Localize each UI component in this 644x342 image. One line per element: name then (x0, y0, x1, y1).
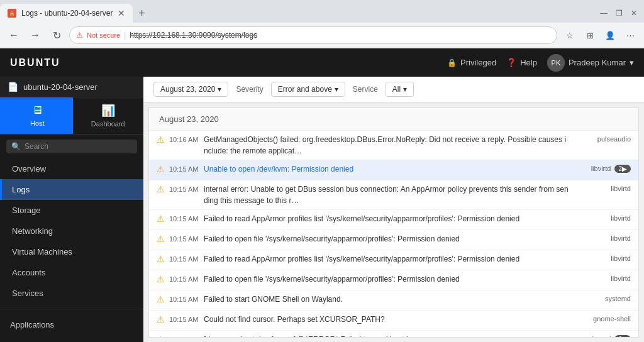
back-button[interactable]: ← (5, 26, 23, 44)
user-menu-button[interactable]: PK Pradeep Kumar ▾ (547, 54, 634, 72)
security-warning-icon: ⚠ (76, 31, 83, 40)
date-filter-value: August 23, 2020 (160, 85, 215, 94)
log-row[interactable]: ⚠10:15 AMFailed to open file '/sys/kerne… (149, 270, 638, 290)
search-input[interactable] (25, 142, 132, 151)
date-filter-chevron: ▾ (218, 85, 221, 94)
new-tab-button[interactable]: + (133, 4, 150, 22)
severity-filter-value: Error and above (278, 85, 332, 94)
app-title: UBUNTU (10, 57, 60, 69)
warning-icon: ⚠ (157, 134, 169, 145)
warning-icon: ⚠ (157, 233, 169, 244)
warning-icon: ⚠ (157, 163, 169, 174)
search-box[interactable]: 🔍 (6, 140, 137, 153)
sidebar-item-storage[interactable]: Storage (0, 200, 143, 221)
sidebar-item-host[interactable]: 🖥 Host (0, 97, 73, 134)
log-row[interactable]: ⚠10:15 AMFailed to open file '/sys/kerne… (149, 230, 638, 250)
tab-close-button[interactable]: ✕ (118, 8, 125, 18)
log-message[interactable]: Unable to open /dev/kvm: Permission deni… (204, 163, 574, 175)
severity-label: Severity (236, 85, 263, 94)
warning-icon: ⚠ (157, 253, 169, 264)
warning-icon: ⚠ (157, 213, 169, 224)
content-toolbar: August 23, 2020 ▾ Severity Error and abo… (143, 77, 644, 102)
log-message: Failed to open file '/sys/kernel/securit… (204, 273, 574, 285)
menu-icon[interactable]: ⋯ (621, 26, 639, 44)
severity-filter-button[interactable]: Error and above ▾ (271, 82, 345, 97)
warning-icon: ⚠ (157, 334, 169, 338)
warning-icon: ⚠ (157, 273, 169, 284)
sidebar-item-applications[interactable]: Applications (0, 314, 143, 335)
star-icon[interactable]: ☆ (561, 26, 579, 44)
date-group-header: August 23, 2020 (149, 108, 638, 131)
active-tab[interactable]: 🔒 Logs - ubuntu-20-04-server ✕ (0, 4, 133, 23)
log-source: libvirtd (574, 233, 631, 242)
forward-button[interactable]: → (26, 26, 44, 44)
log-message: Failed to open file '/sys/kernel/securit… (204, 233, 574, 245)
sidebar-item-logs[interactable]: Logs (0, 179, 143, 200)
privileged-label: Privileged (460, 58, 496, 67)
help-button[interactable]: ❓ Help (506, 58, 537, 67)
maximize-button[interactable]: ❐ (614, 8, 624, 18)
log-time: 10:15 AM (169, 314, 204, 324)
tab-title: Logs - ubuntu-20-04-server (21, 9, 113, 18)
host-icon: 🖥 (31, 104, 43, 117)
log-time: 10:15 AM (169, 213, 204, 223)
log-source: pulseaudio (574, 134, 631, 143)
log-time: 10:15 AM (169, 233, 204, 243)
close-button[interactable]: ✕ (629, 8, 639, 18)
log-row[interactable]: ⚠10:15 AMCould not find cursor. Perhaps … (149, 311, 638, 331)
address-divider: | (124, 31, 126, 40)
log-message: [drm:vmw_host_log [vmwgfx]] *ERROR* Fail… (204, 334, 574, 338)
sidebar: 📄 ubuntu-20-04-server 🖥 Host 📊 Dashboard… (0, 77, 143, 342)
sidebar-item-overview[interactable]: Overview (0, 158, 143, 179)
log-source: libvirtd (574, 184, 631, 192)
service-filter-button[interactable]: All ▾ (386, 82, 414, 97)
refresh-button[interactable]: ↻ (48, 26, 65, 44)
minimize-button[interactable]: — (599, 8, 609, 18)
log-badge: 2▶ (614, 165, 631, 173)
log-row[interactable]: ⚠10:15 AMUnable to open /dev/kvm: Permis… (149, 160, 638, 180)
sidebar-item-software-updates[interactable]: Software Updates (0, 335, 143, 342)
not-secure-label: Not secure (87, 31, 120, 39)
log-source: libvirtd (574, 213, 631, 222)
address-bar[interactable]: ⚠ Not secure | https://192.168.1.30:9090… (69, 26, 557, 44)
sidebar-top-nav: 🖥 Host 📊 Dashboard (0, 97, 143, 135)
sidebar-header: 📄 ubuntu-20-04-server (0, 77, 143, 97)
log-time: 10:16 AM (169, 134, 204, 144)
window-controls: — ❐ ✕ (599, 8, 644, 18)
top-navigation: UBUNTU 🔒 Privileged ❓ Help PK Pradeep Ku… (0, 48, 644, 77)
help-label: Help (520, 58, 537, 67)
server-icon: 📄 (8, 82, 18, 92)
sidebar-item-virtual-machines[interactable]: Virtual Machines (0, 241, 143, 262)
service-chevron: ▾ (403, 85, 407, 94)
log-row[interactable]: ⚠10:15 AMinternal error: Unable to get D… (149, 180, 638, 210)
sidebar-item-accounts[interactable]: Accounts (0, 262, 143, 283)
address-bar-row: ← → ↻ ⚠ Not secure | https://192.168.1.3… (0, 23, 644, 48)
date-filter-button[interactable]: August 23, 2020 ▾ (153, 82, 228, 97)
log-list: August 23, 2020 ⚠10:16 AMGetManagedObjec… (148, 108, 639, 338)
log-time: 10:15 AM (169, 184, 204, 194)
log-row[interactable]: ⚠10:15 AMFailed to start GNOME Shell on … (149, 290, 638, 311)
log-source: systemd (574, 294, 631, 302)
bookmark-icon[interactable]: ⊞ (581, 26, 599, 44)
log-source: libvirtd2▶ (574, 163, 631, 173)
log-row[interactable]: ⚠10:15 AM[drm:vmw_host_log [vmwgfx]] *ER… (149, 331, 638, 338)
log-message: Failed to read AppArmor profiles list '/… (204, 253, 574, 265)
log-time: 10:15 AM (169, 253, 204, 263)
sidebar-item-dashboard[interactable]: 📊 Dashboard (73, 97, 144, 134)
user-dropdown-icon: ▾ (630, 58, 634, 67)
avatar: PK (547, 54, 565, 72)
log-row[interactable]: ⚠10:16 AMGetManagedObjects() failed: org… (149, 131, 638, 160)
warning-icon: ⚠ (157, 314, 169, 324)
sidebar-item-networking[interactable]: Networking (0, 221, 143, 241)
service-label: Service (353, 85, 378, 94)
profile-icon[interactable]: 👤 (601, 26, 619, 44)
log-time: 10:15 AM (169, 294, 204, 304)
sidebar-menu: Overview Logs Storage Networking Virtual… (0, 158, 143, 342)
log-source: gnome-shell (574, 314, 631, 323)
log-row[interactable]: ⚠10:15 AMFailed to read AppArmor profile… (149, 250, 638, 270)
dashboard-icon: 📊 (101, 104, 115, 118)
search-icon: 🔍 (11, 142, 21, 151)
sidebar-item-services[interactable]: Services (0, 283, 143, 304)
log-row[interactable]: ⚠10:15 AMFailed to read AppArmor profile… (149, 210, 638, 230)
privileged-button[interactable]: 🔒 Privileged (447, 58, 496, 67)
